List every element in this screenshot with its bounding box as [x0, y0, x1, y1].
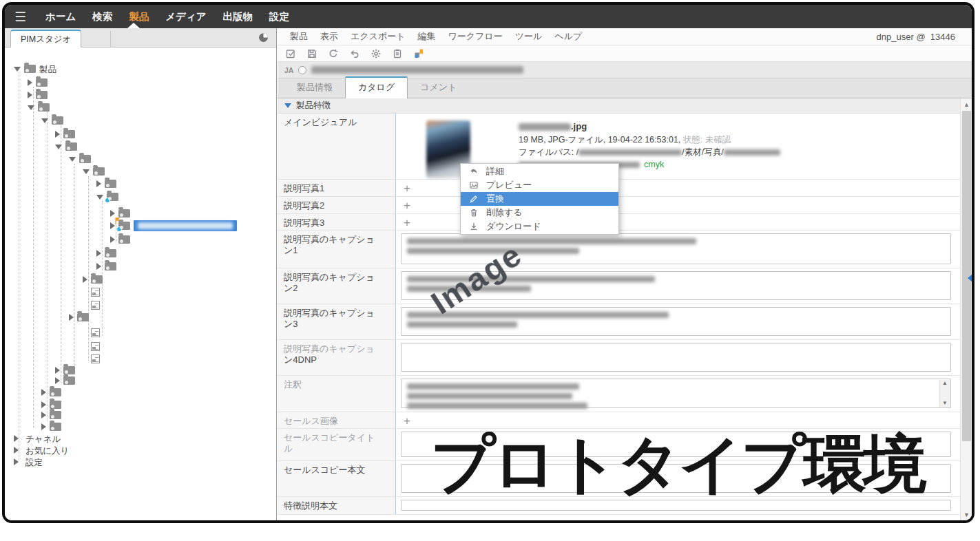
tree-expander-closed[interactable] — [28, 92, 32, 98]
tree-expander-open[interactable] — [96, 195, 103, 200]
tree-row[interactable] — [28, 89, 51, 101]
tree-expander-closed[interactable] — [41, 389, 46, 396]
tree-expander-closed[interactable] — [28, 79, 32, 86]
tree-row[interactable]: 製品 — [14, 63, 56, 75]
tree-row[interactable] — [83, 165, 108, 178]
tree-expander-closed[interactable] — [55, 131, 60, 138]
hamburger-menu-icon[interactable]: ☰ — [14, 10, 26, 23]
locale-radio[interactable] — [298, 66, 306, 74]
tree-row[interactable]: お気に入り — [14, 444, 69, 456]
tree-row[interactable] — [96, 178, 120, 190]
tree-row[interactable] — [28, 76, 51, 89]
tree-row[interactable] — [41, 421, 65, 433]
tab-comments[interactable]: コメント — [408, 78, 469, 98]
text-input[interactable] — [401, 233, 951, 264]
tree-expander-open[interactable] — [28, 105, 34, 110]
nav-item-publications[interactable]: 出版物 — [215, 6, 262, 28]
tree-row[interactable] — [41, 409, 65, 421]
context-menu-item-詳細[interactable]: 詳細 — [461, 165, 618, 178]
scroll-up-arrow[interactable]: ▲ — [961, 98, 972, 110]
text-input[interactable]: ▲▼ — [401, 379, 951, 408]
add-item-button[interactable]: + — [401, 415, 413, 427]
tree-expander-open[interactable] — [69, 157, 76, 162]
check-square-button[interactable] — [284, 47, 297, 60]
tree-row[interactable]: チャネル — [14, 432, 61, 445]
tree-expander-closed[interactable] — [55, 377, 60, 384]
nav-item-settings[interactable]: 設定 — [261, 6, 298, 28]
menu-product[interactable]: 製品 — [284, 28, 313, 45]
menu-workflow[interactable]: ワークフロー — [443, 28, 508, 45]
tree-row[interactable] — [83, 299, 103, 311]
tree-expander-closed[interactable] — [69, 314, 74, 321]
textarea-scrollbar[interactable]: ▲▼ — [939, 380, 950, 407]
text-input[interactable] — [401, 464, 951, 493]
tree-expander-closed[interactable] — [110, 210, 115, 217]
tree-row[interactable] — [96, 191, 122, 203]
tab-catalog[interactable]: カタログ — [345, 76, 408, 98]
tree-expander-closed[interactable] — [96, 250, 101, 257]
tree-row[interactable] — [110, 220, 237, 232]
tree-row[interactable] — [96, 260, 120, 273]
tree-expander-open[interactable] — [83, 169, 90, 174]
gear-button[interactable] — [370, 47, 382, 60]
menu-tools[interactable]: ツール — [510, 28, 548, 45]
context-menu-item-削除する[interactable]: 削除する — [461, 206, 618, 220]
tree-expander-closed[interactable] — [41, 423, 46, 430]
save-button[interactable] — [306, 47, 318, 60]
refresh-button[interactable] — [327, 47, 340, 60]
task-button[interactable] — [413, 47, 425, 60]
tree-expander-closed[interactable] — [14, 447, 19, 454]
tree-expander-closed[interactable] — [41, 401, 46, 408]
tree-row[interactable] — [110, 233, 134, 246]
tree-expander-closed[interactable] — [96, 180, 101, 187]
tree-expander-open[interactable] — [55, 145, 62, 149]
tree-row[interactable] — [69, 311, 92, 323]
add-item-button[interactable]: + — [401, 217, 413, 229]
section-header[interactable]: 製品特徴 — [278, 98, 972, 114]
tree-expander-closed[interactable] — [14, 435, 19, 442]
text-input[interactable] — [401, 271, 951, 300]
tree-expander-closed[interactable] — [14, 458, 19, 465]
tree-row[interactable] — [41, 114, 67, 127]
nav-item-search[interactable]: 検索 — [84, 6, 121, 28]
vertical-scrollbar[interactable]: ▲ ▼ — [960, 98, 972, 520]
nav-item-media[interactable]: メディア — [157, 6, 214, 28]
tree-row[interactable] — [96, 247, 120, 259]
scroll-down-arrow[interactable]: ▼ — [961, 509, 972, 520]
text-input[interactable] — [401, 432, 951, 457]
textarea-scroll-down[interactable]: ▼ — [942, 401, 948, 406]
tree-row[interactable] — [83, 340, 103, 352]
text-input[interactable] — [401, 343, 951, 372]
tree-row[interactable] — [55, 374, 79, 387]
tree-expander-closed[interactable] — [55, 367, 60, 374]
pie-chart-icon[interactable] — [258, 32, 269, 46]
tree-row[interactable] — [83, 326, 103, 339]
context-menu-item-プレビュー[interactable]: プレビュー — [461, 178, 618, 192]
tree-expander-closed[interactable] — [96, 263, 101, 270]
tab-product-info[interactable]: 製品情報 — [284, 78, 345, 98]
tree-row[interactable] — [83, 352, 103, 365]
clipboard-button[interactable] — [391, 47, 404, 60]
tree-row[interactable] — [41, 386, 65, 399]
context-menu-item-ダウンロード[interactable]: ダウンロード — [461, 220, 618, 233]
add-item-button[interactable]: + — [401, 200, 413, 212]
tree-row[interactable]: 設定 — [14, 456, 43, 468]
menu-view[interactable]: 表示 — [315, 28, 344, 45]
tree-expander-closed[interactable] — [41, 412, 46, 418]
text-input[interactable] — [401, 500, 951, 511]
menu-help[interactable]: ヘルプ — [549, 28, 587, 45]
tree-row[interactable] — [28, 101, 53, 114]
undo-button[interactable] — [348, 47, 361, 60]
context-menu-item-置換[interactable]: 置換 — [461, 192, 618, 206]
tree-row[interactable] — [83, 286, 103, 298]
add-item-button[interactable]: + — [401, 182, 413, 195]
tree-row[interactable] — [69, 153, 94, 165]
nav-item-home[interactable]: ホーム — [37, 6, 84, 28]
tree-row[interactable] — [55, 128, 79, 140]
menu-edit[interactable]: 編集 — [413, 28, 441, 45]
tab-pim-studio[interactable]: PIMスタジオ — [10, 30, 81, 47]
tree-row[interactable] — [83, 273, 106, 286]
tree-expander-closed[interactable] — [83, 276, 87, 283]
textarea-scroll-up[interactable]: ▲ — [942, 381, 948, 386]
tree-expander-open[interactable] — [14, 67, 21, 72]
